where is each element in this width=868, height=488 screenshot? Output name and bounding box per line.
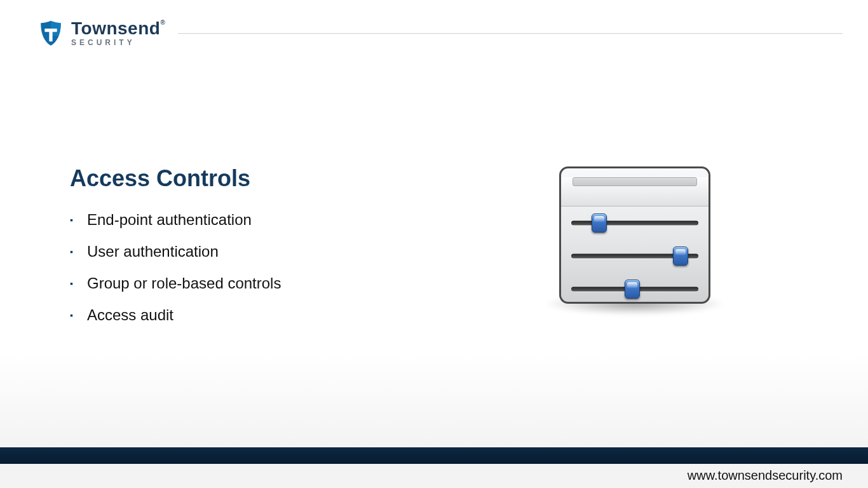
company-logo: Townsend® SECURITY — [37, 19, 165, 47]
slide-title: Access Controls — [70, 165, 830, 192]
shield-t-icon — [37, 19, 65, 47]
logo-text: Townsend® SECURITY — [71, 20, 165, 46]
slider-knob-icon — [592, 214, 607, 233]
footer-url: www.townsendsecurity.com — [688, 468, 843, 483]
slider-row-2 — [571, 240, 698, 273]
list-item: User authentication — [70, 243, 830, 261]
logo-brand: Townsend® — [71, 20, 165, 37]
list-item-text: End-point authentication — [87, 211, 252, 229]
list-item-text: Group or role-based controls — [87, 274, 281, 292]
svg-rect-1 — [49, 29, 52, 41]
sliders-panel-icon — [559, 166, 710, 304]
header-divider — [178, 33, 843, 34]
footer-accent-bar — [0, 447, 868, 464]
slider-row-3 — [571, 273, 698, 304]
sliders-illustration — [559, 166, 710, 304]
list-item: End-point authentication — [70, 211, 830, 229]
slider-track — [571, 221, 698, 226]
slider-knob-icon — [673, 247, 688, 266]
list-item-text: Access audit — [87, 306, 173, 324]
slider-knob-icon — [625, 280, 640, 299]
list-item-text: User authentication — [87, 243, 219, 261]
panel-titlebar — [573, 177, 697, 186]
logo-subbrand: SECURITY — [71, 39, 165, 46]
panel-header — [561, 177, 709, 207]
list-item: Group or role-based controls — [70, 274, 830, 292]
slider-row-1 — [571, 207, 698, 240]
slide-header: Townsend® SECURITY — [0, 19, 868, 47]
